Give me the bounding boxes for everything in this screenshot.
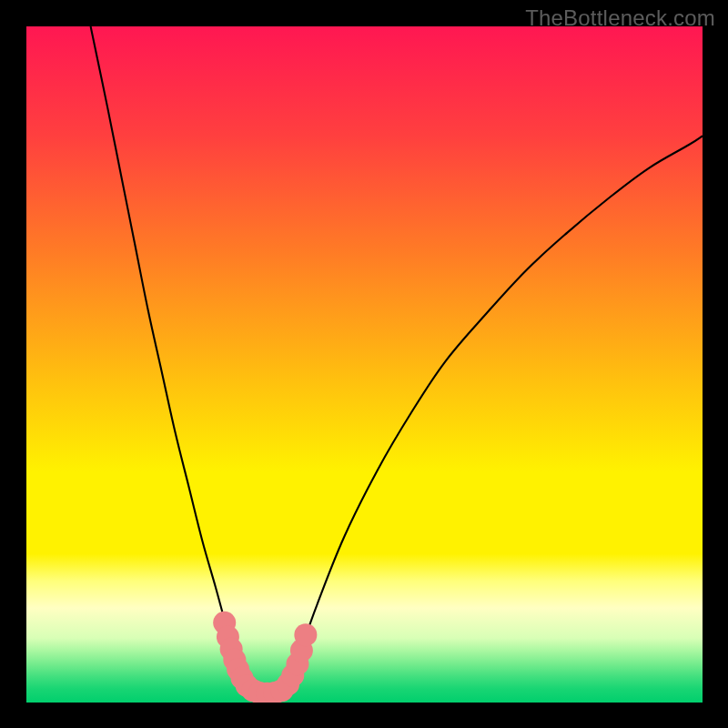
marker-dot <box>294 623 317 646</box>
right-curve <box>287 136 703 690</box>
plot-area <box>26 26 703 703</box>
watermark-text: TheBottleneck.com <box>525 5 715 31</box>
curve-layer <box>26 26 703 703</box>
left-curve <box>91 26 250 691</box>
marker-group <box>213 612 317 703</box>
